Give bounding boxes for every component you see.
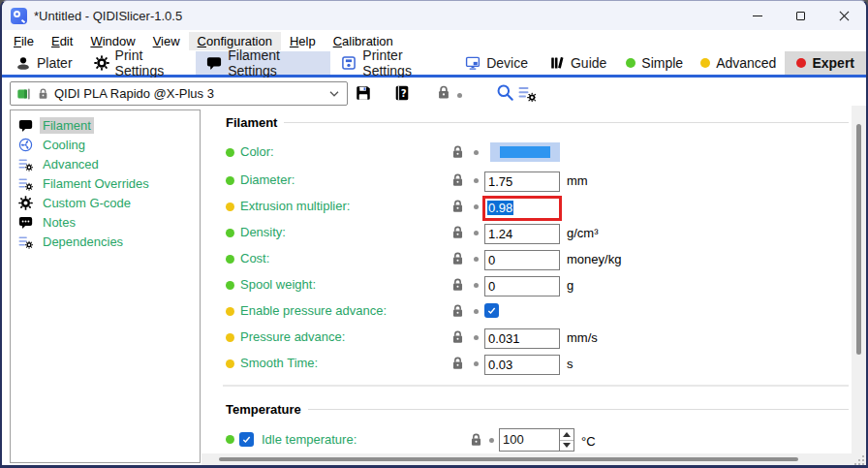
tab-printer-settings[interactable]: Printer Settings [330,51,454,75]
sidebar-item-advanced[interactable]: Advanced [11,154,200,173]
system-value-dot [226,255,234,264]
section-header-filament: Filament [226,115,849,130]
notes-icon [18,215,33,230]
mode-simple[interactable]: Simple [617,51,692,75]
close-icon [839,11,850,21]
lock-icon[interactable] [451,144,464,159]
settings-category-panel: Filament Cooling Advanced Filament Overr… [10,109,201,463]
lock-icon[interactable] [451,172,464,187]
diameter-input[interactable]: 1.75 [484,172,560,192]
spinner-down-button[interactable] [560,441,574,452]
lock-icon[interactable] [451,356,464,370]
tab-guide[interactable]: Guide [539,51,617,75]
lock-icon[interactable] [451,199,464,213]
section-separator [223,385,849,387]
lock-icon[interactable] [451,225,464,239]
sidebar-item-notes[interactable]: Notes [11,212,200,232]
lock-icon[interactable] [451,303,464,318]
option-row-pressure-advance: Pressure advance: 0.031 mm/s [226,328,671,353]
tab-filament-settings[interactable]: Filament Settings [196,51,330,75]
plater-icon [16,55,31,71]
resize-grip[interactable] [854,455,856,457]
vertical-scrollbar-thumb[interactable] [856,124,861,355]
maximize-icon [796,12,805,20]
unit-label: money/kg [567,252,621,266]
maximize-button[interactable] [779,1,822,30]
mode-expert[interactable]: Expert [785,51,866,75]
device-icon [465,55,480,71]
tab-label: Device [486,55,528,71]
input-value: 1.24 [488,227,512,241]
lock-icon[interactable] [451,277,464,292]
lock-icon[interactable] [451,251,464,265]
extrusion-multiplier-input[interactable]: 0.98 [482,196,562,221]
preset-name: QIDI PLA Rapido @X-Plus 3 [54,86,324,101]
sidebar-item-filament-overrides[interactable]: Filament Overrides [11,173,200,193]
check-icon [241,434,252,445]
help-icon[interactable] [393,84,411,102]
preset-toolbar: QIDI PLA Rapido @X-Plus 3 [2,78,866,109]
unit-label: s [567,357,574,371]
option-label: Extrusion multiplier: [240,199,350,213]
window-title: *Untitled - QIDISlicer-1.0.5 [34,9,182,23]
spool-weight-input[interactable]: 0 [484,276,560,296]
option-row-smooth-time: Smooth Time: 0.03 s [226,354,671,379]
option-label: Enable pressure advance: [240,303,387,318]
filament-icon [206,55,222,71]
horizontal-scrollbar-thumb[interactable] [219,457,798,461]
lock-icon [38,87,48,100]
option-row-color: Color: [226,142,671,168]
option-row-diameter: Diameter: 1.75 mm [226,171,671,196]
search-settings-icon[interactable] [518,84,536,102]
lock-icon[interactable] [451,329,464,344]
lock-icon[interactable] [437,84,450,100]
main-tab-bar: Plater Print Settings Filament Settings … [2,51,866,78]
option-label: Color: [240,144,274,159]
vertical-scrollbar-track[interactable] [852,106,866,453]
sidebar-item-custom-gcode[interactable]: Custom G-code [11,193,200,212]
color-swatch-button[interactable] [490,142,560,162]
idle-temperature-checkbox[interactable] [239,432,254,447]
sidebar-item-dependencies[interactable]: Dependencies [11,232,200,251]
enable-pressure-advance-checkbox[interactable] [484,303,499,318]
save-icon[interactable] [355,84,372,102]
option-label: Idle temperature: [262,432,356,447]
filament-icon [18,118,33,133]
spinner-up-button[interactable] [560,429,574,441]
list-gear-icon [18,176,33,191]
cost-input[interactable]: 0 [484,250,560,270]
horizontal-scrollbar-track[interactable] [202,453,868,466]
option-label: Density: [240,225,286,239]
mode-label: Expert [812,55,854,71]
sidebar-item-label: Notes [40,214,78,231]
yellow-dot-icon [700,58,710,68]
printer-icon [341,55,356,71]
minimize-button[interactable] [735,1,779,30]
list-gear-icon [18,157,33,172]
density-input[interactable]: 1.24 [484,224,560,244]
spinner-control [559,429,574,451]
sidebar-item-filament[interactable]: Filament [11,115,200,135]
modified-value-dot [226,307,234,316]
menu-file[interactable]: File [5,32,43,50]
input-value: 0.03 [488,358,512,372]
sidebar-item-cooling[interactable]: Cooling [11,135,200,154]
tab-label: Plater [37,55,73,71]
tab-device[interactable]: Device [454,51,539,75]
bullet-dot [474,178,479,183]
search-icon[interactable] [496,83,514,102]
color-swatch [500,146,550,158]
pressure-advance-input[interactable]: 0.031 [484,328,560,349]
smooth-time-input[interactable]: 0.03 [484,355,560,375]
input-value: 1.75 [488,174,512,189]
preset-combobox[interactable]: QIDI PLA Rapido @X-Plus 3 [10,81,348,106]
idle-temperature-input[interactable]: 100 [499,428,574,452]
tab-print-settings[interactable]: Print Settings [83,51,197,75]
gear-icon [18,196,33,210]
mode-advanced[interactable]: Advanced [692,51,785,75]
menu-edit[interactable]: Edit [43,32,81,50]
lock-icon[interactable] [470,432,482,447]
close-button[interactable] [822,1,866,30]
tab-plater[interactable]: Plater [5,51,83,75]
option-row-spool-weight: Spool weight: 0 g [226,275,671,300]
